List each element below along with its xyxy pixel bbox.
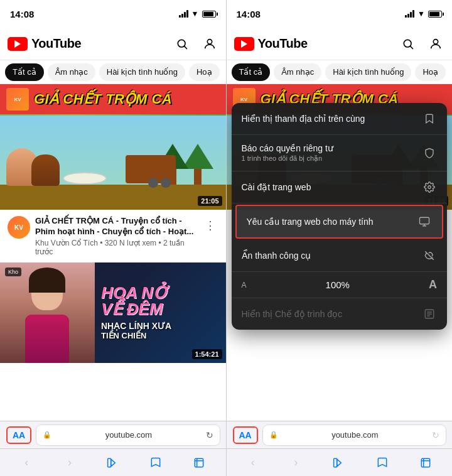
signal-icon-right: [405, 10, 414, 18]
header-icons-left: [173, 35, 218, 53]
bookmarks-button-left[interactable]: [144, 452, 167, 474]
status-bar-left: 14:08 ▼: [0, 0, 226, 28]
svg-rect-3: [107, 458, 110, 467]
forward-button-left[interactable]: ›: [58, 452, 81, 474]
svg-point-0: [178, 40, 185, 47]
tab-music-left[interactable]: Âm nhạc: [48, 63, 95, 81]
svg-line-6: [411, 46, 413, 48]
signal-icon: [179, 10, 188, 18]
reload-icon-right[interactable]: ↻: [432, 430, 439, 440]
video1-info-left: KV GIẢ CHẾT TRỘM CÁ - Truyện cổ tích - P…: [0, 210, 226, 262]
category-tabs-left: Tất cả Âm nhạc Hài kịch tình huống Hoạ: [0, 60, 226, 84]
tab-comedy-left[interactable]: Hài kịch tình huống: [99, 63, 185, 81]
menu-show-address-bar[interactable]: Hiển thị thanh địa chỉ trên cùng: [232, 103, 448, 135]
svg-line-1: [184, 46, 186, 48]
zoom-a-big[interactable]: A: [429, 278, 437, 291]
gear-icon: [422, 180, 437, 195]
monitor-icon: [417, 214, 432, 229]
youtube-logo-icon-right: [234, 37, 254, 51]
zoom-row: A 100% A: [232, 272, 448, 298]
share-button-left[interactable]: [102, 452, 124, 474]
menu-item3-title: Cài đặt trang web: [242, 182, 422, 192]
search-button-left[interactable]: [173, 35, 191, 53]
svg-rect-13: [421, 458, 429, 467]
video1-more-left[interactable]: ⋮: [202, 216, 218, 235]
tab-comedy-right[interactable]: Hài kịch tình huống: [325, 63, 411, 81]
back-button-right[interactable]: ‹: [242, 452, 264, 474]
address-bar-left: AA 🔒 youtube.com ↻: [0, 421, 226, 448]
battery-icon-right: [428, 11, 442, 18]
url-text-right: youtube.com: [281, 430, 429, 440]
svg-point-8: [428, 186, 431, 189]
tabs-button-right[interactable]: [414, 452, 437, 474]
lock-icon-left: 🔒: [43, 431, 51, 439]
youtube-logo-right: YouTube: [234, 36, 308, 51]
tab-art-left[interactable]: Hoạ: [189, 63, 220, 81]
menu-item2-sub: 1 trình theo dõi đã bị chặn: [242, 154, 422, 163]
account-button-right[interactable]: [427, 35, 444, 53]
status-icons-left: ▼: [179, 9, 216, 18]
video2-duration-left: 1:54:21: [192, 349, 222, 359]
lock-icon-right: 🔒: [269, 431, 278, 439]
battery-icon: [202, 11, 216, 18]
account-button-left[interactable]: [201, 35, 218, 53]
menu-item4-title: Yêu cầu trang web cho máy tính: [247, 217, 417, 227]
menu-privacy-report[interactable]: Báo cáo quyền riêng tư 1 trình theo dõi …: [232, 135, 448, 171]
share-button-right[interactable]: [328, 452, 350, 474]
channel-logo-small: KV: [6, 88, 29, 111]
zoom-a-small[interactable]: A: [242, 281, 247, 289]
svg-rect-4: [195, 458, 203, 467]
menu-item1-title: Hiển thị thanh địa chỉ trên cùng: [242, 114, 422, 124]
shield-icon: [422, 146, 437, 161]
menu-item2-title: Báo cáo quyền riêng tư: [242, 143, 422, 153]
reload-icon-left[interactable]: ↻: [206, 430, 213, 440]
search-button-right[interactable]: [399, 35, 417, 53]
context-menu: Hiển thị thanh địa chỉ trên cùng Báo cáo…: [232, 103, 448, 330]
tab-all-right[interactable]: Tất cả: [232, 63, 271, 81]
youtube-logo-left: YouTube: [8, 36, 81, 51]
tab-music-right[interactable]: Âm nhạc: [274, 63, 321, 81]
status-time-left: 14:08: [10, 9, 34, 19]
svg-rect-12: [334, 458, 337, 467]
video2-title2-left: VỀ ĐÊM: [101, 300, 163, 318]
menu-request-desktop[interactable]: Yêu cầu trang web cho máy tính: [235, 205, 444, 239]
video1-duration-left: 21:05: [198, 196, 222, 206]
tab-all-left[interactable]: Tất cả: [5, 63, 44, 81]
nav-bar-right: ‹ ›: [227, 448, 453, 476]
menu-reader-mode[interactable]: Hiển thị Chế độ trình đọc: [232, 298, 448, 330]
video1-title-left: GIẢ CHẾT TRỘM CÁ - Truyện cổ tích - Phim…: [35, 216, 197, 237]
channel-avatar-left: KV: [8, 216, 30, 239]
svg-point-7: [433, 39, 438, 43]
url-bar-left[interactable]: 🔒 youtube.com ↻: [36, 425, 219, 445]
wifi-icon-right: ▼: [417, 9, 425, 18]
kho-badge-left: Kho: [5, 268, 21, 276]
menu-website-settings[interactable]: Cài đặt trang web: [232, 171, 448, 203]
video1-thumb-left[interactable]: KV GIẢ CHẾT TRỘM CÁ: [0, 84, 226, 210]
hide-icon: [422, 248, 437, 263]
left-panel: 14:08 ▼ YouTube: [0, 0, 226, 476]
aa-button-left[interactable]: AA: [6, 426, 31, 444]
youtube-logo-text-left: YouTube: [31, 36, 81, 51]
forward-button-right[interactable]: ›: [285, 452, 308, 474]
bookmark-icon: [422, 111, 437, 126]
menu-item6-title: Hiển thị Chế độ trình đọc: [242, 309, 422, 319]
svg-rect-9: [420, 217, 429, 224]
tab-art-right[interactable]: Hoạ: [415, 63, 446, 81]
video1-channel-left: Khu Vườn Cổ Tích • 320 N lượt xem • 2 tu…: [35, 239, 197, 256]
menu-hide-toolbar[interactable]: Ẩn thanh công cụ: [232, 240, 448, 272]
back-button-left[interactable]: ‹: [15, 452, 38, 474]
tabs-button-left[interactable]: [188, 452, 210, 474]
nav-bar-left: ‹ ›: [0, 448, 226, 476]
bookmarks-button-right[interactable]: [371, 452, 394, 474]
youtube-header-right: YouTube: [227, 28, 453, 60]
menu-item5-title: Ẩn thanh công cụ: [242, 251, 422, 261]
video2-thumb-left[interactable]: Kho HOA NỞ VỀ ĐÊM NHẠC LÍNH XƯA TIỀN CHI…: [0, 262, 226, 363]
aa-button-right[interactable]: AA: [233, 426, 258, 444]
video-area-left: KV GIẢ CHẾT TRỘM CÁ: [0, 84, 226, 421]
svg-point-2: [207, 39, 212, 43]
url-bar-right[interactable]: 🔒 youtube.com ↻: [263, 425, 446, 445]
zoom-percent: 100%: [326, 279, 350, 290]
address-bar-right: AA 🔒 youtube.com ↻: [227, 421, 453, 448]
status-time-right: 14:08: [237, 9, 261, 19]
status-icons-right: ▼: [405, 9, 442, 18]
